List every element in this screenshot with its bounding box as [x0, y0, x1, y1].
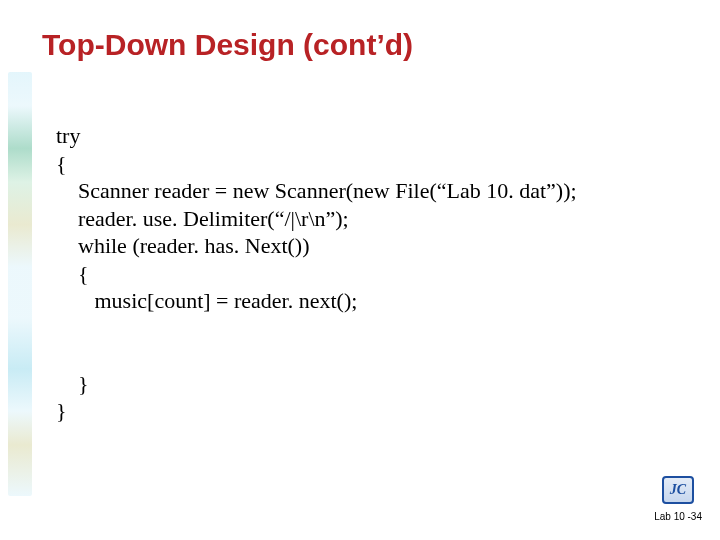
footer-logo: JC	[662, 476, 694, 504]
code-line: while (reader. has. Next())	[56, 233, 310, 258]
footer-logo-text: JC	[670, 482, 686, 498]
slide: Top-Down Design (cont’d) try { Scanner r…	[0, 0, 720, 540]
code-line: music[count] = reader. next();	[56, 288, 357, 313]
code-line: reader. use. Delimiter(“/|\r\n”);	[56, 206, 349, 231]
code-line: }	[56, 398, 67, 423]
code-line: }	[56, 371, 89, 396]
code-line: try	[56, 123, 80, 148]
footer-label: Lab 10 -34	[654, 511, 702, 522]
code-block: try { Scanner reader = new Scanner(new F…	[56, 122, 577, 425]
side-decoration	[8, 72, 32, 496]
code-line: Scanner reader = new Scanner(new File(“L…	[56, 178, 577, 203]
slide-title: Top-Down Design (cont’d)	[42, 28, 413, 62]
code-line: {	[56, 151, 67, 176]
code-line: {	[56, 261, 89, 286]
